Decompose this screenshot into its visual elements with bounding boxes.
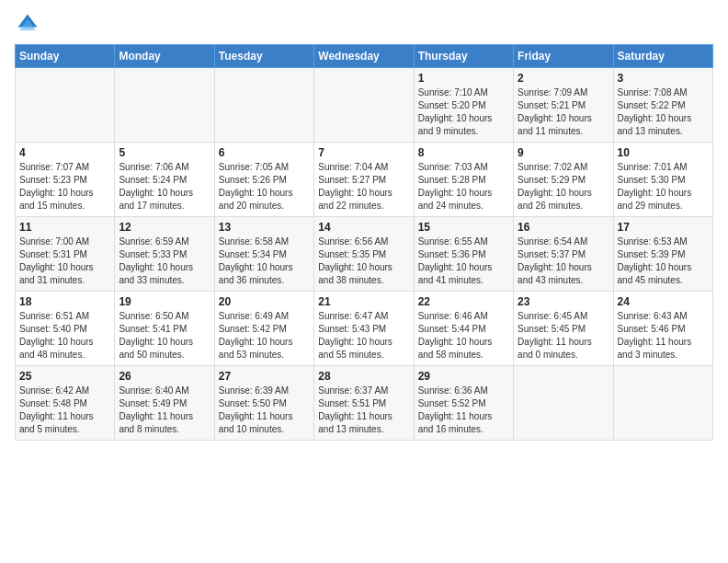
day-info: Sunrise: 6:37 AMSunset: 5:51 PMDaylight:… xyxy=(318,385,409,436)
calendar-cell: 8Sunrise: 7:03 AMSunset: 5:28 PMDaylight… xyxy=(414,143,513,217)
day-info: Sunrise: 7:03 AMSunset: 5:28 PMDaylight:… xyxy=(418,161,509,213)
day-info: Sunrise: 6:40 AMSunset: 5:49 PMDaylight:… xyxy=(119,385,210,436)
calendar-week-3: 11Sunrise: 7:00 AMSunset: 5:31 PMDayligh… xyxy=(16,217,713,292)
calendar-cell: 10Sunrise: 7:01 AMSunset: 5:30 PMDayligh… xyxy=(613,143,712,217)
calendar-week-5: 25Sunrise: 6:42 AMSunset: 5:48 PMDayligh… xyxy=(16,366,713,441)
day-info: Sunrise: 6:39 AMSunset: 5:50 PMDaylight:… xyxy=(219,385,310,436)
day-number: 3 xyxy=(618,72,709,85)
day-number: 20 xyxy=(219,295,310,308)
header-wednesday: Wednesday xyxy=(314,45,414,68)
calendar-header-row: SundayMondayTuesdayWednesdayThursdayFrid… xyxy=(16,45,713,68)
day-number: 14 xyxy=(318,221,409,234)
day-info: Sunrise: 6:56 AMSunset: 5:35 PMDaylight:… xyxy=(318,236,409,287)
calendar-cell: 28Sunrise: 6:37 AMSunset: 5:51 PMDayligh… xyxy=(314,366,414,441)
calendar-cell: 16Sunrise: 6:54 AMSunset: 5:37 PMDayligh… xyxy=(514,217,613,292)
day-number: 13 xyxy=(219,221,310,234)
day-number: 12 xyxy=(119,221,210,234)
calendar-cell: 25Sunrise: 6:42 AMSunset: 5:48 PMDayligh… xyxy=(16,366,115,441)
day-number: 29 xyxy=(418,370,509,383)
day-info: Sunrise: 7:01 AMSunset: 5:30 PMDaylight:… xyxy=(618,161,709,213)
calendar-cell: 19Sunrise: 6:50 AMSunset: 5:41 PMDayligh… xyxy=(115,292,214,366)
calendar-cell: 6Sunrise: 7:05 AMSunset: 5:26 PMDaylight… xyxy=(214,143,313,217)
calendar-cell xyxy=(115,68,214,143)
day-number: 1 xyxy=(418,72,509,85)
day-info: Sunrise: 6:51 AMSunset: 5:40 PMDaylight:… xyxy=(19,310,110,362)
calendar-cell: 29Sunrise: 6:36 AMSunset: 5:52 PMDayligh… xyxy=(414,366,513,441)
day-number: 28 xyxy=(318,370,409,383)
calendar-cell: 7Sunrise: 7:04 AMSunset: 5:27 PMDaylight… xyxy=(314,143,414,217)
calendar-cell xyxy=(214,68,313,143)
day-info: Sunrise: 6:50 AMSunset: 5:41 PMDaylight:… xyxy=(119,310,210,362)
calendar-cell: 9Sunrise: 7:02 AMSunset: 5:29 PMDaylight… xyxy=(514,143,613,217)
calendar-cell xyxy=(16,68,115,143)
header xyxy=(15,11,713,37)
calendar-cell: 4Sunrise: 7:07 AMSunset: 5:23 PMDaylight… xyxy=(16,143,115,217)
day-number: 21 xyxy=(318,295,409,308)
header-saturday: Saturday xyxy=(613,45,712,68)
day-number: 2 xyxy=(518,72,609,85)
day-info: Sunrise: 6:49 AMSunset: 5:42 PMDaylight:… xyxy=(219,310,310,362)
calendar-cell: 26Sunrise: 6:40 AMSunset: 5:49 PMDayligh… xyxy=(115,366,214,441)
day-info: Sunrise: 7:09 AMSunset: 5:21 PMDaylight:… xyxy=(518,86,609,138)
calendar-cell: 5Sunrise: 7:06 AMSunset: 5:24 PMDaylight… xyxy=(115,143,214,217)
day-number: 4 xyxy=(19,146,110,159)
day-number: 24 xyxy=(618,295,709,308)
header-thursday: Thursday xyxy=(414,45,513,68)
calendar-cell: 13Sunrise: 6:58 AMSunset: 5:34 PMDayligh… xyxy=(214,217,313,292)
day-number: 9 xyxy=(518,146,609,159)
day-info: Sunrise: 6:58 AMSunset: 5:34 PMDaylight:… xyxy=(219,236,310,287)
page-container: SundayMondayTuesdayWednesdayThursdayFrid… xyxy=(0,0,728,448)
calendar-week-4: 18Sunrise: 6:51 AMSunset: 5:40 PMDayligh… xyxy=(16,292,713,366)
day-info: Sunrise: 6:53 AMSunset: 5:39 PMDaylight:… xyxy=(618,236,709,287)
calendar-cell: 20Sunrise: 6:49 AMSunset: 5:42 PMDayligh… xyxy=(214,292,313,366)
logo xyxy=(15,11,44,37)
day-number: 10 xyxy=(618,146,709,159)
day-info: Sunrise: 6:42 AMSunset: 5:48 PMDaylight:… xyxy=(19,385,110,436)
day-info: Sunrise: 6:54 AMSunset: 5:37 PMDaylight:… xyxy=(518,236,609,287)
calendar-cell: 17Sunrise: 6:53 AMSunset: 5:39 PMDayligh… xyxy=(613,217,712,292)
calendar-table: SundayMondayTuesdayWednesdayThursdayFrid… xyxy=(15,44,713,441)
day-number: 5 xyxy=(119,146,210,159)
calendar-cell: 3Sunrise: 7:08 AMSunset: 5:22 PMDaylight… xyxy=(613,68,712,143)
day-number: 15 xyxy=(418,221,509,234)
day-info: Sunrise: 7:00 AMSunset: 5:31 PMDaylight:… xyxy=(19,236,110,287)
calendar-cell xyxy=(613,366,712,441)
day-number: 8 xyxy=(418,146,509,159)
calendar-cell: 15Sunrise: 6:55 AMSunset: 5:36 PMDayligh… xyxy=(414,217,513,292)
calendar-cell xyxy=(514,366,613,441)
day-number: 11 xyxy=(19,221,110,234)
day-info: Sunrise: 7:02 AMSunset: 5:29 PMDaylight:… xyxy=(518,161,609,213)
day-number: 19 xyxy=(119,295,210,308)
day-number: 25 xyxy=(19,370,110,383)
calendar-week-2: 4Sunrise: 7:07 AMSunset: 5:23 PMDaylight… xyxy=(16,143,713,217)
day-number: 26 xyxy=(119,370,210,383)
day-info: Sunrise: 7:10 AMSunset: 5:20 PMDaylight:… xyxy=(418,86,509,138)
header-friday: Friday xyxy=(514,45,613,68)
calendar-cell: 1Sunrise: 7:10 AMSunset: 5:20 PMDaylight… xyxy=(414,68,513,143)
day-info: Sunrise: 6:55 AMSunset: 5:36 PMDaylight:… xyxy=(418,236,509,287)
header-tuesday: Tuesday xyxy=(214,45,313,68)
day-number: 18 xyxy=(19,295,110,308)
day-info: Sunrise: 6:45 AMSunset: 5:45 PMDaylight:… xyxy=(518,310,609,362)
calendar-cell: 22Sunrise: 6:46 AMSunset: 5:44 PMDayligh… xyxy=(414,292,513,366)
day-info: Sunrise: 7:04 AMSunset: 5:27 PMDaylight:… xyxy=(318,161,409,213)
calendar-cell: 2Sunrise: 7:09 AMSunset: 5:21 PMDaylight… xyxy=(514,68,613,143)
day-number: 22 xyxy=(418,295,509,308)
day-info: Sunrise: 6:36 AMSunset: 5:52 PMDaylight:… xyxy=(418,385,509,436)
calendar-cell: 27Sunrise: 6:39 AMSunset: 5:50 PMDayligh… xyxy=(214,366,313,441)
day-info: Sunrise: 7:06 AMSunset: 5:24 PMDaylight:… xyxy=(119,161,210,213)
day-info: Sunrise: 6:59 AMSunset: 5:33 PMDaylight:… xyxy=(119,236,210,287)
day-number: 16 xyxy=(518,221,609,234)
day-number: 6 xyxy=(219,146,310,159)
day-info: Sunrise: 7:07 AMSunset: 5:23 PMDaylight:… xyxy=(19,161,110,213)
calendar-week-1: 1Sunrise: 7:10 AMSunset: 5:20 PMDaylight… xyxy=(16,68,713,143)
day-info: Sunrise: 6:47 AMSunset: 5:43 PMDaylight:… xyxy=(318,310,409,362)
header-sunday: Sunday xyxy=(16,45,115,68)
calendar-cell: 12Sunrise: 6:59 AMSunset: 5:33 PMDayligh… xyxy=(115,217,214,292)
day-info: Sunrise: 7:05 AMSunset: 5:26 PMDaylight:… xyxy=(219,161,310,213)
calendar-cell: 11Sunrise: 7:00 AMSunset: 5:31 PMDayligh… xyxy=(16,217,115,292)
calendar-cell: 21Sunrise: 6:47 AMSunset: 5:43 PMDayligh… xyxy=(314,292,414,366)
day-info: Sunrise: 6:46 AMSunset: 5:44 PMDaylight:… xyxy=(418,310,509,362)
day-number: 17 xyxy=(618,221,709,234)
calendar-cell xyxy=(314,68,414,143)
